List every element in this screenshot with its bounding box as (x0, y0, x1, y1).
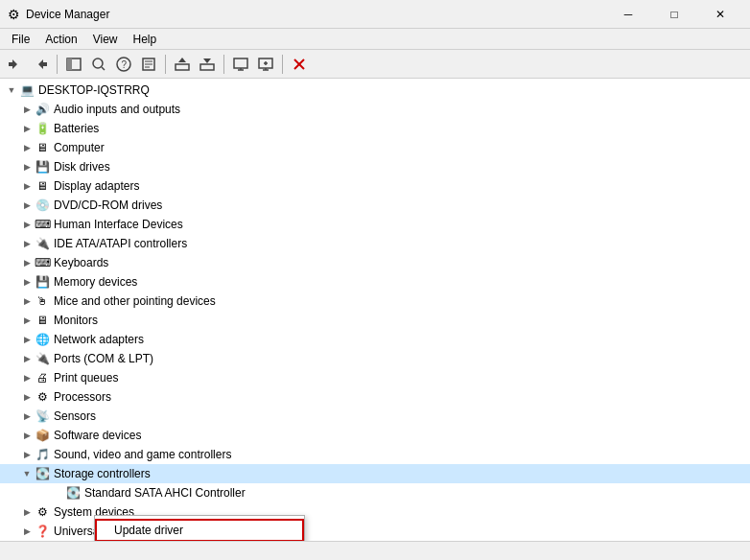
title-bar: ⚙ Device Manager ─ □ ✕ (0, 0, 750, 29)
tree-item-computer[interactable]: 🖥 Computer (0, 138, 750, 157)
tree-item-hid[interactable]: ⌨ Human Interface Devices (0, 215, 750, 234)
tree-item-sound[interactable]: 🎵 Sound, video and game controllers (0, 445, 750, 464)
expand-arrow-hid[interactable] (19, 217, 35, 232)
menu-bar: File Action View Help (0, 29, 750, 50)
tree-item-memory[interactable]: 💾 Memory devices (0, 272, 750, 292)
cpu-icon: ⚙ (35, 389, 50, 405)
expand-arrow-mice[interactable] (19, 293, 35, 309)
menu-view[interactable]: View (85, 31, 126, 48)
expand-arrow-sensors[interactable] (19, 408, 35, 424)
toolbar-update-driver[interactable] (171, 53, 194, 76)
expand-arrow-memory[interactable] (19, 274, 35, 290)
tree-root[interactable]: 💻 DESKTOP-IQSTRRQ (0, 81, 750, 100)
tree-item-storage[interactable]: 💽 Storage controllers (0, 464, 750, 483)
mouse-icon: 🖱 (35, 293, 50, 309)
ports-icon: 🔌 (35, 351, 50, 366)
expand-arrow-ide[interactable] (19, 236, 35, 251)
toolbar-delete[interactable] (288, 53, 311, 76)
toolbar-uninstall[interactable] (196, 53, 219, 76)
tree-item-monitors[interactable]: 🖥 Monitors (0, 311, 750, 330)
display-icon: 🖥 (35, 178, 50, 194)
expand-arrow-keyboards[interactable] (19, 255, 35, 270)
main-content: 💻 DESKTOP-IQSTRRQ 🔊 Audio inputs and out… (0, 79, 750, 541)
dvd-label: DVD/CD-ROM drives (54, 198, 162, 212)
expand-arrow-processors[interactable] (19, 389, 35, 405)
expand-arrow-display[interactable] (19, 178, 35, 194)
context-menu: Update driver Uninstall device Scan for … (94, 515, 305, 541)
toolbar-help[interactable]: ? (112, 53, 135, 76)
svg-rect-14 (234, 58, 247, 68)
expand-arrow-monitors[interactable] (19, 313, 35, 328)
expand-arrow-software[interactable] (19, 428, 35, 443)
close-button[interactable]: ✕ (698, 0, 742, 29)
tree-item-dvd[interactable]: 💿 DVD/CD-ROM drives (0, 196, 750, 215)
expand-arrow-unknown[interactable] (19, 524, 35, 539)
mice-label: Mice and other pointing devices (54, 294, 216, 308)
menu-file[interactable]: File (4, 31, 37, 48)
context-menu-update-driver[interactable]: Update driver (95, 519, 304, 541)
toolbar-separator-2 (165, 55, 166, 74)
device-tree[interactable]: 💻 DESKTOP-IQSTRRQ 🔊 Audio inputs and out… (0, 79, 750, 541)
tree-item-audio[interactable]: 🔊 Audio inputs and outputs (0, 100, 750, 119)
expand-arrow-storage[interactable] (19, 466, 35, 481)
expand-arrow-print[interactable] (19, 370, 35, 385)
storage-child-icon: 💽 (65, 485, 81, 501)
expand-arrow-computer[interactable] (19, 140, 35, 155)
tree-item-storage-child[interactable]: 💽 Standard SATA AHCI Controller (0, 483, 750, 502)
root-label: DESKTOP-IQSTRRQ (38, 83, 150, 97)
tree-item-ports[interactable]: 🔌 Ports (COM & LPT) (0, 349, 750, 368)
svg-line-3 (102, 67, 105, 70)
software-label: Software devices (54, 429, 141, 442)
disk-icon: 💾 (35, 159, 50, 175)
svg-rect-1 (67, 58, 72, 70)
status-bar (0, 541, 750, 560)
expand-arrow-disk[interactable] (19, 159, 35, 175)
toolbar: ? (0, 50, 750, 79)
app-icon: ⚙ (8, 7, 20, 22)
forward-button[interactable] (29, 53, 52, 76)
tree-item-software[interactable]: 📦 Software devices (0, 426, 750, 445)
window-title: Device Manager (26, 8, 109, 21)
expand-arrow-audio[interactable] (19, 102, 35, 117)
tree-item-processors[interactable]: ⚙ Processors (0, 387, 750, 407)
sensors-label: Sensors (54, 409, 96, 423)
keyboards-label: Keyboards (54, 256, 108, 269)
expand-arrow-root[interactable] (4, 82, 19, 98)
hid-label: Human Interface Devices (54, 218, 183, 231)
audio-icon: 🔊 (35, 102, 50, 117)
tree-item-ide[interactable]: 🔌 IDE ATA/ATAPI controllers (0, 234, 750, 253)
expand-arrow-network[interactable] (19, 332, 35, 347)
window-controls: ─ □ ✕ (606, 0, 742, 29)
computer-label: Computer (54, 141, 105, 154)
expand-arrow-system[interactable] (19, 504, 35, 520)
toolbar-network[interactable] (229, 53, 252, 76)
expand-arrow-dvd[interactable] (19, 198, 35, 213)
tree-item-mice[interactable]: 🖱 Mice and other pointing devices (0, 292, 750, 311)
toolbar-show-hide[interactable] (62, 53, 85, 76)
expand-arrow-ports[interactable] (19, 351, 35, 366)
maximize-button[interactable]: □ (652, 0, 696, 29)
tree-item-sensors[interactable]: 📡 Sensors (0, 407, 750, 426)
toolbar-separator-3 (223, 55, 224, 74)
toolbar-separator-4 (282, 55, 283, 74)
tree-item-print[interactable]: 🖨 Print queues (0, 368, 750, 387)
tree-item-batteries[interactable]: 🔋 Batteries (0, 119, 750, 138)
expand-arrow-sound[interactable] (19, 447, 35, 462)
toolbar-scan[interactable] (87, 53, 110, 76)
expand-arrow-batteries[interactable] (19, 121, 35, 136)
back-button[interactable] (4, 53, 27, 76)
storage-icon: 💽 (35, 466, 50, 481)
tree-item-keyboards[interactable]: ⌨ Keyboards (0, 253, 750, 272)
toolbar-add[interactable] (254, 53, 277, 76)
display-label: Display adapters (54, 179, 139, 193)
menu-help[interactable]: Help (126, 31, 165, 48)
keyboard-icon: ⌨ (35, 255, 50, 270)
tree-item-network[interactable]: 🌐 Network adapters (0, 330, 750, 349)
menu-action[interactable]: Action (37, 31, 84, 48)
minimize-button[interactable]: ─ (606, 0, 650, 29)
battery-icon: 🔋 (35, 121, 50, 136)
svg-rect-10 (176, 64, 189, 70)
toolbar-properties[interactable] (137, 53, 160, 76)
tree-item-display[interactable]: 🖥 Display adapters (0, 176, 750, 196)
tree-item-disk[interactable]: 💾 Disk drives (0, 157, 750, 176)
